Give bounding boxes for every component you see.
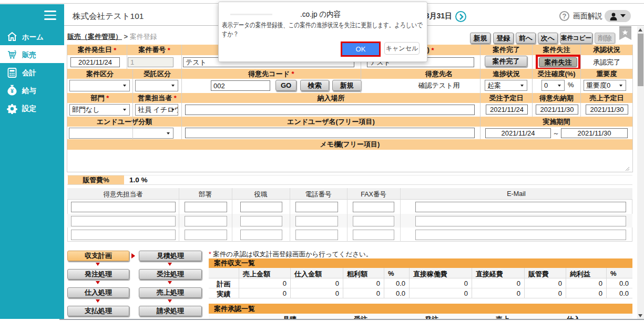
- svg-text:¥: ¥: [11, 88, 14, 94]
